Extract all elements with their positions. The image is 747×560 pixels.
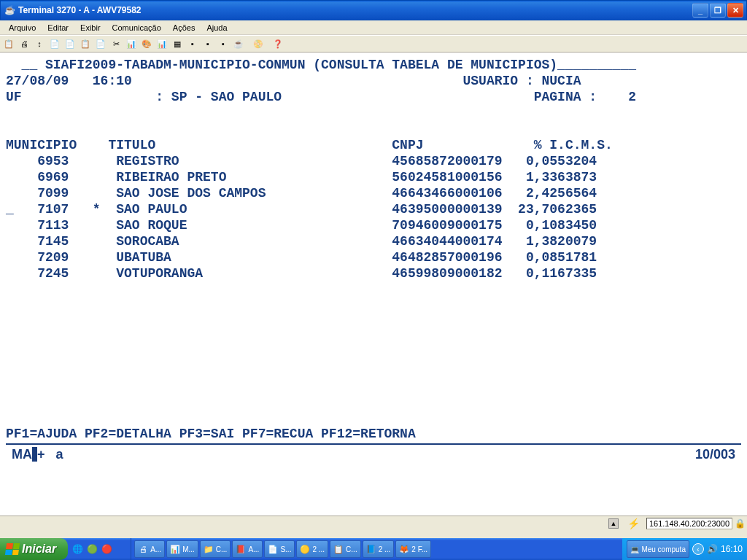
toolbar-button-17[interactable]: 📀	[251, 36, 266, 51]
toolbar-button-15[interactable]: ☕	[231, 36, 246, 51]
menu-editar[interactable]: Editar	[42, 22, 74, 34]
task-label: 2 ...	[379, 545, 391, 553]
toolbar-button-6[interactable]: 📄	[93, 36, 108, 51]
task-label: 2 ...	[312, 545, 325, 553]
tray-clock: 16:10	[721, 544, 743, 554]
toolbar-button-7[interactable]: ✂	[109, 36, 123, 51]
menu-ações[interactable]: Ações	[167, 22, 201, 34]
menu-arquivo[interactable]: Arquivo	[3, 22, 42, 34]
menu-bar: ArquivoEditarExibirComunicaçãoAçõesAjuda	[0, 20, 747, 35]
lock-icon: 🔒	[734, 518, 746, 529]
toolbar-button-13[interactable]: ▪	[201, 36, 215, 51]
task-icon: 🖨	[138, 544, 148, 554]
java-icon: ☕	[4, 4, 15, 16]
start-label: Iniciar	[22, 542, 56, 556]
toolbar-button-0[interactable]: 📋	[1, 36, 16, 51]
quicklaunch-1[interactable]: 🟢	[85, 541, 98, 557]
computer-icon: 💻	[630, 545, 639, 553]
task-button-4[interactable]: 📄S...	[264, 540, 295, 558]
toolbar-button-5[interactable]: 📋	[78, 36, 93, 51]
toolbar-button-12[interactable]: ▪	[185, 36, 200, 51]
toolbar-button-11[interactable]: ▦	[170, 36, 185, 51]
task-button-7[interactable]: 📘2 ...	[363, 540, 395, 558]
task-button-1[interactable]: 📊M...	[166, 540, 198, 558]
task-label: 2 F...	[411, 545, 427, 553]
status-line: MA + a10/003	[6, 446, 741, 462]
task-label: C...	[346, 545, 357, 553]
operator-info-area: ▲ ⚡ 161.148.40.200:23000 🔒	[0, 516, 747, 530]
task-icon: 📕	[236, 544, 246, 554]
tray-icon[interactable]: 🔊	[707, 544, 718, 554]
oia-scroll-up[interactable]: ▲	[608, 518, 619, 529]
task-button-6[interactable]: 📋C...	[330, 540, 361, 558]
toolbar-button-1[interactable]: 🖨	[17, 36, 31, 51]
task-button-2[interactable]: 📁C...	[200, 540, 231, 558]
task-label: C...	[216, 545, 228, 553]
menu-exibir[interactable]: Exibir	[74, 22, 107, 34]
terminal-area[interactable]: __ SIAFI2009-TABADM-MUNICIPIO-CONMUN (CO…	[0, 52, 747, 530]
task-label: M...	[182, 545, 195, 553]
menu-comunicação[interactable]: Comunicação	[107, 22, 167, 34]
toolbar-button-2[interactable]: ↕	[32, 36, 47, 51]
toolbar-button-8[interactable]: 📊	[124, 36, 139, 51]
system-tray: 💻 Meu computa ‹ 🔊 16:10	[622, 538, 747, 560]
task-label: A...	[150, 545, 161, 553]
task-icon: 📊	[170, 544, 180, 554]
task-my-computer[interactable]: 💻 Meu computa	[627, 540, 689, 558]
taskbar-tasks: 🖨A...📊M...📁C...📕A...📄S...🟡2 ...📋C...📘2 .…	[131, 538, 622, 560]
minimize-button[interactable]: _	[692, 3, 708, 18]
toolbar-button-14[interactable]: ▪	[216, 36, 231, 51]
toolbar-button-9[interactable]: 🎨	[139, 36, 154, 51]
window-title: Terminal 3270 - A - AWV79582	[18, 5, 692, 15]
maximize-button[interactable]: ❐	[710, 3, 726, 18]
task-button-0[interactable]: 🖨A...	[134, 540, 165, 558]
task-icon: 🟡	[300, 544, 310, 554]
start-button[interactable]: Iniciar	[0, 538, 68, 560]
quick-launch: 🌐🟢🔴	[68, 538, 131, 560]
toolbar-button-19[interactable]: ❓	[271, 36, 285, 51]
windows-flag-icon	[5, 543, 20, 555]
toolbar: 📋🖨↕📄📄📋📄✂📊🎨📊▦▪▪▪☕📀❓	[0, 35, 747, 52]
task-icon: 🦊	[399, 544, 409, 554]
quicklaunch-3[interactable]	[115, 541, 128, 557]
taskbar: Iniciar 🌐🟢🔴 🖨A...📊M...📁C...📕A...📄S...🟡2 …	[0, 538, 747, 560]
quicklaunch-2[interactable]: 🔴	[100, 541, 113, 557]
task-button-3[interactable]: 📕A...	[232, 540, 263, 558]
toolbar-button-3[interactable]: 📄	[47, 36, 62, 51]
toolbar-button-10[interactable]: 📊	[155, 36, 169, 51]
task-button-8[interactable]: 🦊2 F...	[395, 540, 431, 558]
quicklaunch-0[interactable]: 🌐	[71, 541, 84, 557]
task-label: S...	[280, 545, 291, 553]
menu-ajuda[interactable]: Ajuda	[201, 22, 233, 34]
task-icon: 📄	[268, 544, 278, 554]
task-icon: 📋	[333, 544, 344, 554]
task-icon: 📁	[204, 544, 214, 554]
tray-expand-icon[interactable]: ‹	[692, 543, 704, 555]
window-titlebar: ☕ Terminal 3270 - A - AWV79582 _ ❐ ✕	[0, 0, 747, 20]
task-button-5[interactable]: 🟡2 ...	[296, 540, 328, 558]
close-button[interactable]: ✕	[727, 3, 743, 18]
toolbar-button-4[interactable]: 📄	[63, 36, 77, 51]
task-label: A...	[248, 545, 259, 553]
connection-address: 161.148.40.200:23000	[646, 518, 732, 529]
task-icon: 📘	[366, 544, 376, 554]
connection-icon: ⚡	[623, 518, 645, 529]
